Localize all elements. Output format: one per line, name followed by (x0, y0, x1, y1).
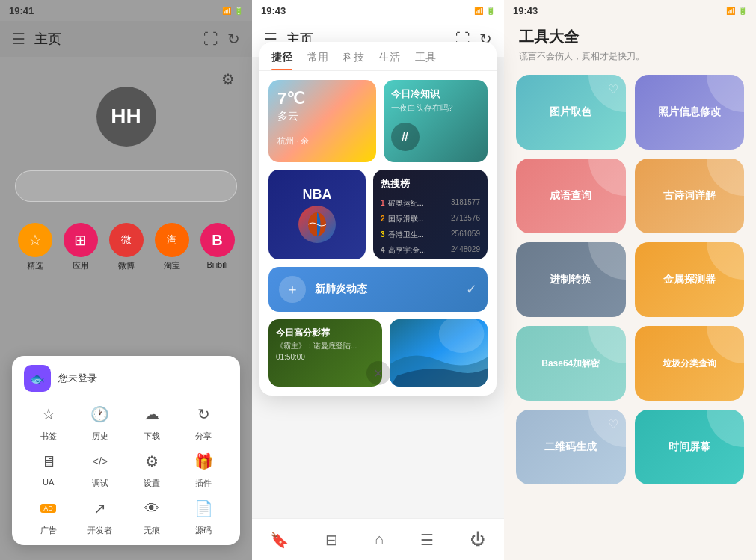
shortcut-label-taobao: 淘宝 (164, 260, 180, 271)
bottom-bar-middle: 🔖 ⊟ ⌂ ☰ ⏻ (252, 518, 504, 560)
dialog-overlay: 捷径 常用 科技 生活 工具 7℃ 多云 杭州 · 余 今日冷知识 一夜白头存在… (259, 42, 497, 396)
weather-location: 杭州 · 余 (277, 135, 367, 147)
popup-item-ad[interactable]: AD 广告 (24, 495, 73, 536)
battery-icon: 🔋 (234, 7, 243, 15)
tab-tools[interactable]: 工具 (415, 51, 436, 70)
shortcut-item-weibo[interactable]: 微 微博 (109, 223, 144, 271)
popup-logo: 🐟 (24, 365, 51, 392)
tool-card-base64[interactable]: Base64加解密 (516, 326, 626, 401)
cool-knowledge-widget[interactable]: 今日冷知识 一夜白头存在吗? # (384, 80, 488, 162)
tool-card-garbage[interactable]: 垃圾分类查询 (635, 326, 745, 401)
popup-item-bookmark[interactable]: ☆ 书签 (24, 401, 73, 442)
refresh-icon-left[interactable]: ↻ (227, 30, 240, 48)
hot-item-3: 3香港卫生... 2561059 (381, 227, 480, 240)
popup-item-history[interactable]: 🕐 历史 (76, 401, 124, 442)
status-bar-middle: 19:43 📶 🔋 (252, 0, 504, 21)
status-bar-right: 19:43 📶 🔋 (504, 0, 756, 21)
weather-desc: 多云 (277, 110, 367, 123)
popup-item-share[interactable]: ↻ 分享 (179, 401, 228, 442)
dialog-tabs: 捷径 常用 科技 生活 工具 (259, 42, 497, 71)
popup-login-text: 您未登录 (58, 372, 97, 385)
bottom-pages-icon[interactable]: ⊟ (325, 531, 338, 549)
popup-item-source[interactable]: 📄 源码 (179, 495, 228, 536)
bottom-menu-icon[interactable]: ☰ (420, 531, 434, 549)
bookmark-icon: ☆ (35, 401, 62, 428)
tool-label-garbage: 垃圾分类查询 (663, 357, 716, 370)
close-button[interactable]: ✕ (366, 361, 390, 385)
hot-item-2: 2国际滑联... 2713576 (381, 211, 480, 224)
popup-card: 🐟 您未登录 ☆ 书签 🕐 历史 ☁ 下载 ↻ 分享 🖥 UA (12, 356, 240, 545)
panel3-title: 工具大全 (519, 27, 741, 47)
tool-label-timescreen: 时间屏幕 (669, 440, 710, 454)
shortcut-item-jingxuan[interactable]: ☆ 精选 (18, 223, 52, 271)
hot-item-1: 1破奥运纪... 3181577 (381, 195, 480, 209)
shortcut-icon-taobao: 淘 (155, 223, 189, 257)
bottom-power-icon[interactable]: ⏻ (470, 531, 485, 548)
tool-card-photo-info[interactable]: 照片信息修改 (635, 75, 745, 150)
tool-card-timescreen[interactable]: 时间屏幕 (635, 410, 745, 484)
menu-icon-left[interactable]: ☰ (12, 30, 25, 48)
popup-item-incognito[interactable]: 👁 无痕 (128, 495, 176, 536)
bottom-home-icon[interactable]: ⌂ (375, 531, 384, 548)
tool-label-color-pick: 图片取色 (550, 105, 591, 119)
nav-bar-left: ☰ 主页 ⛶ ↻ (0, 21, 252, 57)
tool-card-base-convert[interactable]: 进制转换 (516, 242, 626, 317)
battery-icon-r: 🔋 (738, 7, 747, 15)
signal-icon-m: 📶 (474, 7, 483, 15)
corner-decor-5 (588, 242, 626, 280)
weather-widget[interactable]: 7℃ 多云 杭州 · 余 (268, 80, 376, 162)
tab-common[interactable]: 常用 (307, 51, 328, 70)
covid-widget[interactable]: ＋ 新肺炎动态 ✓ (268, 267, 488, 312)
tool-label-photo-info: 照片信息修改 (658, 105, 721, 119)
cool-hash: # (391, 123, 420, 151)
tool-label-base64: Base64加解密 (541, 357, 600, 370)
shortcut-label-jingxuan: 精选 (27, 260, 43, 271)
debug-icon: </> (87, 448, 114, 475)
avatar: HH (96, 87, 156, 147)
shortcut-item-bilibili[interactable]: B Bilibili (200, 223, 235, 271)
popup-item-debug[interactable]: </> 调试 (76, 448, 124, 489)
heart-icon-qr: ♡ (608, 417, 618, 431)
tool-card-idiom[interactable]: 成语查询 (516, 159, 626, 233)
cool-title: 今日冷知识 (391, 87, 481, 101)
heart-icon-color: ♡ (608, 82, 618, 96)
hot-search-title: 热搜榜 (381, 177, 480, 191)
popup-item-settings[interactable]: ⚙ 设置 (128, 448, 176, 489)
share-icon: ↻ (190, 401, 217, 428)
tool-label-idiom: 成语查询 (550, 189, 591, 203)
nba-widget[interactable]: NBA (268, 170, 366, 259)
shortcut-icon-bilibili: B (200, 223, 235, 257)
panel-middle: 19:43 📶 🔋 ☰ 主页 ⛶ ↻ 捷径 常用 科技 生活 工具 7℃ 多云 … (252, 0, 504, 560)
popup-item-download[interactable]: ☁ 下载 (128, 401, 176, 442)
hot-search-widget[interactable]: 热搜榜 1破奥运纪... 3181577 2国际滑联... 2713576 3香… (373, 170, 488, 259)
popup-item-ua[interactable]: 🖥 UA (24, 448, 73, 489)
settings-button[interactable]: ⚙ (216, 67, 240, 91)
shortcut-item-taobao[interactable]: 淘 淘宝 (155, 223, 189, 271)
dialog-content: 7℃ 多云 杭州 · 余 今日冷知识 一夜白头存在吗? # NBA (259, 71, 497, 396)
tool-label-metal: 金属探测器 (663, 273, 716, 286)
tab-tech[interactable]: 科技 (343, 51, 364, 70)
search-bar[interactable] (15, 170, 237, 202)
time-left: 19:41 (9, 5, 34, 16)
tool-label-poetry: 古诗词详解 (663, 189, 716, 203)
tab-life[interactable]: 生活 (379, 51, 400, 70)
tool-card-metal[interactable]: 金属探测器 (635, 242, 745, 317)
plugin-icon: 🎁 (190, 448, 217, 475)
tab-shortcuts[interactable]: 捷径 (271, 51, 292, 70)
status-bar-left: 19:41 📶 🔋 (0, 0, 252, 21)
corner-decor-10 (707, 410, 744, 447)
tool-card-poetry[interactable]: 古诗词详解 (635, 159, 745, 233)
shortcut-item-app[interactable]: ⊞ 应用 (64, 223, 98, 271)
avatar-area: HH (0, 72, 252, 161)
wallpaper-widget[interactable]: 今日份壁纸 (390, 319, 488, 387)
popup-item-developer[interactable]: ↗ 开发者 (76, 495, 124, 536)
movie-widget[interactable]: 今日高分影荐 《霸主》：诺曼底登陆... 01:50:00 (268, 319, 382, 387)
expand-icon-left[interactable]: ⛶ (203, 31, 218, 48)
nba-logo (298, 206, 336, 243)
tool-card-qrcode[interactable]: ♡ 二维码生成 (516, 410, 626, 484)
shortcut-icon-weibo: 微 (109, 223, 144, 257)
battery-icon-m: 🔋 (486, 7, 495, 15)
tool-card-color-pick[interactable]: ♡ 图片取色 (516, 75, 626, 150)
bottom-bookmark-icon[interactable]: 🔖 (270, 531, 289, 549)
popup-item-plugin[interactable]: 🎁 插件 (179, 448, 228, 489)
